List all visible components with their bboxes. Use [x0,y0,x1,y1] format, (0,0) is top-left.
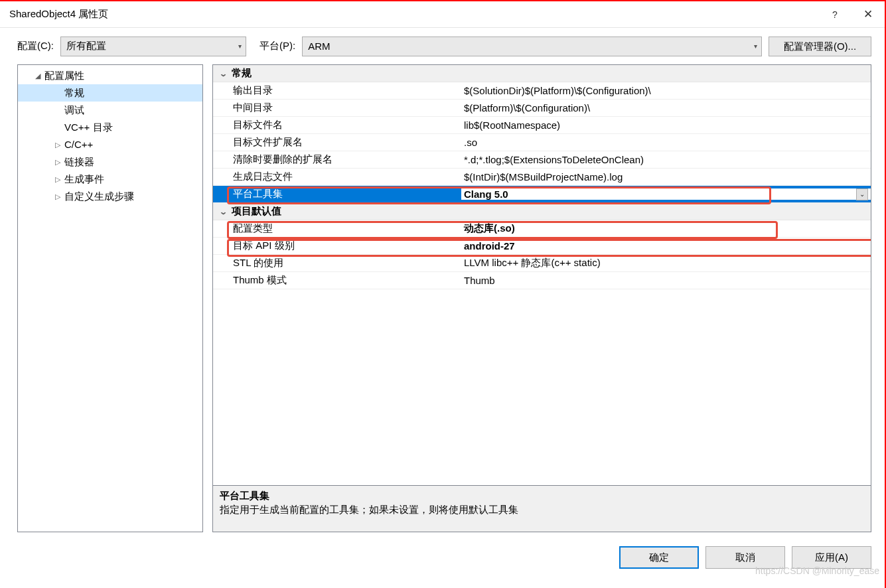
property-name: 输出目录 [213,84,461,97]
tree-item[interactable]: ▷生成事件 [18,171,202,188]
apply-button[interactable]: 应用(A) [792,546,871,569]
property-row[interactable]: 目标 API 级别android-27 [213,238,871,255]
property-panel: ⌄常规输出目录$(SolutionDir)$(Platform)\$(Confi… [212,64,871,532]
tree-item-label: VC++ 目录 [64,119,113,136]
property-value[interactable]: lib$(RootNamespace) [461,119,871,131]
property-row[interactable]: 清除时要删除的扩展名*.d;*.tlog;$(ExtensionsToDelet… [213,151,871,169]
ok-button[interactable]: 确定 [619,546,699,569]
close-icon[interactable]: ✕ [851,7,885,21]
property-value[interactable]: Thumb [461,275,871,286]
tree-item[interactable]: ▷链接器 [18,153,202,171]
property-row[interactable]: 生成日志文件$(IntDir)$(MSBuildProjectName).log [213,169,871,186]
tree-item-label: 调试 [64,102,84,119]
expander-icon: ◢ [34,67,42,84]
property-value[interactable]: $(IntDir)$(MSBuildProjectName).log [461,171,871,183]
collapse-icon: ⌄ [219,207,228,216]
property-row[interactable]: 目标文件扩展名.so [213,134,871,151]
property-row[interactable]: Thumb 模式Thumb [213,272,871,289]
property-name: 目标文件名 [213,119,461,131]
property-row[interactable]: 目标文件名lib$(RootNamespace) [213,117,871,134]
property-value[interactable]: LLVM libc++ 静态库(c++ static) [461,257,871,269]
tree-item-label: C/C++ [64,136,93,153]
property-name: 配置类型 [213,222,461,235]
property-name: 生成日志文件 [213,171,461,183]
window-title: SharedObject4 属性页 [9,8,818,21]
property-name: STL 的使用 [213,257,461,269]
expander-icon: ▷ [54,188,62,205]
group-header[interactable]: ⌄项目默认值 [213,203,871,220]
property-name: 清除时要删除的扩展名 [213,153,461,166]
dropdown-button[interactable]: ⌄ [856,188,868,200]
description-title: 平台工具集 [220,490,864,502]
group-title: 常规 [232,67,252,80]
help-icon[interactable]: ? [818,9,851,20]
cancel-button[interactable]: 取消 [705,546,785,569]
tree-item-label: 常规 [64,84,84,102]
tree-root[interactable]: ◢ 配置属性 [18,67,202,84]
property-value[interactable]: $(SolutionDir)$(Platform)\$(Configuratio… [461,85,871,96]
property-row[interactable]: STL 的使用LLVM libc++ 静态库(c++ static) [213,255,871,272]
property-row[interactable]: 平台工具集Clang 5.0⌄ [213,186,871,203]
collapse-icon: ⌄ [219,69,228,78]
config-label: 配置(C): [17,40,54,52]
group-header[interactable]: ⌄常规 [213,65,871,82]
property-value[interactable]: Clang 5.0 [461,188,871,200]
tree-item[interactable]: 常规 [18,84,202,102]
tree-item-label: 生成事件 [64,171,104,188]
dialog-buttons: 确定 取消 应用(A) [0,539,885,575]
tree-root-label: 配置属性 [44,67,84,84]
config-manager-button[interactable]: 配置管理器(O)... [769,37,871,56]
property-name: 中间目录 [213,102,461,114]
group-title: 项目默认值 [232,205,281,218]
platform-label: 平台(P): [259,40,295,52]
property-row[interactable]: 配置类型动态库(.so) [213,220,871,238]
property-name: 平台工具集 [213,188,461,200]
property-value[interactable]: *.d;*.tlog;$(ExtensionsToDeleteOnClean) [461,154,871,165]
config-bar: 配置(C): 所有配置 ▾ 平台(P): ARM ▾ 配置管理器(O)... [0,28,885,64]
tree-item-label: 链接器 [64,153,94,171]
tree-item[interactable]: ▷自定义生成步骤 [18,188,202,205]
platform-value: ARM [308,40,330,52]
config-value: 所有配置 [66,40,106,52]
config-combo[interactable]: 所有配置 ▾ [60,37,246,56]
main-area: ◢ 配置属性 常规调试VC++ 目录▷C/C++▷链接器▷生成事件▷自定义生成步… [0,64,885,539]
property-name: Thumb 模式 [213,274,461,287]
property-row[interactable]: 中间目录$(Platform)\$(Configuration)\ [213,100,871,117]
tree-item[interactable]: VC++ 目录 [18,119,202,136]
property-value[interactable]: 动态库(.so) [461,222,871,235]
tree-item-label: 自定义生成步骤 [64,188,134,205]
property-name: 目标文件扩展名 [213,136,461,149]
property-value[interactable]: android-27 [461,240,871,252]
platform-combo[interactable]: ARM ▾ [302,37,762,56]
description-text: 指定用于生成当前配置的工具集；如果未设置，则将使用默认工具集 [220,504,864,516]
tree-item[interactable]: ▷C/C++ [18,136,202,153]
property-row[interactable]: 输出目录$(SolutionDir)$(Platform)\$(Configur… [213,82,871,100]
expander-icon: ▷ [54,153,62,171]
chevron-down-icon: ▾ [238,42,242,50]
titlebar: SharedObject4 属性页 ? ✕ [0,1,885,28]
description-panel: 平台工具集 指定用于生成当前配置的工具集；如果未设置，则将使用默认工具集 [213,485,871,532]
expander-icon: ▷ [54,171,62,188]
property-grid: ⌄常规输出目录$(SolutionDir)$(Platform)\$(Confi… [213,65,871,485]
property-value[interactable]: .so [461,137,871,148]
category-tree: ◢ 配置属性 常规调试VC++ 目录▷C/C++▷链接器▷生成事件▷自定义生成步… [17,64,203,532]
property-name: 目标 API 级别 [213,240,461,252]
tree-item[interactable]: 调试 [18,102,202,119]
expander-icon: ▷ [54,136,62,153]
chevron-down-icon: ▾ [754,42,757,50]
property-value[interactable]: $(Platform)\$(Configuration)\ [461,102,871,113]
